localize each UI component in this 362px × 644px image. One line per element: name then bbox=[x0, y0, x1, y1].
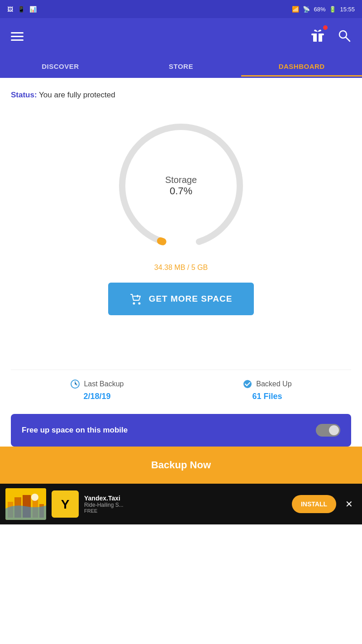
check-circle-icon bbox=[243, 379, 252, 389]
main-content: Status: You are fully protected Storage … bbox=[0, 78, 362, 447]
last-backup-label: Last Backup bbox=[84, 380, 124, 388]
storage-percent: 0.7% bbox=[165, 185, 197, 197]
svg-point-8 bbox=[138, 303, 140, 305]
ad-banner: Y Yandex.Taxi Ride-Hailing S... FREE INS… bbox=[0, 484, 362, 524]
backup-now-bar[interactable]: Backup Now bbox=[0, 447, 362, 484]
svg-line-4 bbox=[346, 37, 350, 41]
gift-icon bbox=[310, 27, 326, 43]
yandex-icon: Y bbox=[52, 490, 79, 518]
search-button[interactable] bbox=[337, 28, 351, 44]
backup-info-row: Last Backup 2/18/19 Backed Up 61 Files bbox=[11, 370, 351, 414]
tab-bar: DISCOVER STORE DASHBOARD bbox=[0, 54, 362, 78]
svg-point-7 bbox=[133, 303, 135, 305]
free-space-toggle[interactable] bbox=[316, 424, 340, 437]
get-more-space-label: GET MORE SPACE bbox=[149, 294, 233, 304]
backed-up-item: Backed Up 61 Files bbox=[243, 379, 291, 401]
ad-app-icon: Y bbox=[52, 490, 79, 518]
svg-rect-2 bbox=[317, 32, 319, 42]
ad-free: FREE bbox=[84, 508, 286, 514]
ad-illustration bbox=[5, 488, 46, 520]
svg-point-10 bbox=[243, 380, 252, 388]
backup-now-label: Backup Now bbox=[151, 459, 211, 471]
status-text: You are fully protected bbox=[39, 91, 115, 99]
ad-close-button[interactable]: ✕ bbox=[342, 495, 357, 513]
app-header bbox=[0, 18, 362, 54]
status-bar-left: 🖼 📱 📊 bbox=[7, 6, 37, 13]
status-bar: 🖼 📱 📊 📶 📡 68% 🔋 15:55 bbox=[0, 0, 362, 18]
status-line: Status: You are fully protected bbox=[11, 91, 351, 100]
storage-gauge-container: Storage 0.7% 34.38 MB / 5 GB bbox=[11, 113, 351, 272]
last-backup-item: Last Backup 2/18/19 bbox=[70, 379, 124, 401]
search-icon bbox=[337, 28, 351, 43]
free-space-label: Free up space on this mobile bbox=[22, 426, 128, 435]
get-more-space-button[interactable]: GET MORE SPACE bbox=[108, 283, 254, 315]
install-button[interactable]: INSTALL bbox=[292, 495, 336, 513]
toggle-knob bbox=[329, 425, 339, 435]
tab-dashboard[interactable]: DASHBOARD bbox=[241, 54, 362, 77]
notification-dot bbox=[323, 25, 328, 30]
photo-icon: 🖼 bbox=[7, 6, 13, 13]
svg-point-17 bbox=[31, 494, 38, 501]
wifi-icon: 📶 bbox=[292, 6, 299, 13]
last-backup-value: 2/18/19 bbox=[83, 392, 110, 401]
storage-usage: 34.38 MB / 5 GB bbox=[154, 264, 208, 272]
backed-up-header: Backed Up bbox=[243, 379, 291, 389]
ad-illustration-svg bbox=[5, 488, 46, 520]
ad-subtitle: Ride-Hailing S... bbox=[84, 502, 286, 508]
gauge-center-text: Storage 0.7% bbox=[165, 175, 197, 197]
signal-icon: 📡 bbox=[303, 6, 310, 13]
phone-icon: 📱 bbox=[18, 6, 25, 13]
backed-up-label: Backed Up bbox=[256, 380, 291, 388]
battery-level: 68% bbox=[314, 6, 325, 13]
gauge-wrapper: Storage 0.7% bbox=[109, 113, 253, 258]
clock-icon bbox=[70, 379, 80, 389]
svg-text:Y: Y bbox=[61, 497, 70, 511]
tab-store[interactable]: STORE bbox=[121, 54, 242, 77]
header-right-icons bbox=[310, 27, 351, 45]
last-backup-header: Last Backup bbox=[70, 379, 124, 389]
status-bar-right: 📶 📡 68% 🔋 15:55 bbox=[292, 6, 355, 13]
clock: 15:55 bbox=[340, 6, 355, 13]
storage-label: Storage bbox=[165, 175, 197, 185]
backed-up-value: 61 Files bbox=[252, 392, 282, 401]
ad-text-block: Yandex.Taxi Ride-Hailing S... FREE bbox=[84, 495, 286, 514]
tab-discover[interactable]: DISCOVER bbox=[0, 54, 121, 77]
gift-button[interactable] bbox=[310, 27, 326, 45]
cart-icon bbox=[130, 293, 143, 305]
ad-title: Yandex.Taxi bbox=[84, 495, 286, 502]
free-space-bar: Free up space on this mobile bbox=[11, 414, 351, 447]
status-label: Status: bbox=[11, 91, 37, 99]
chart-icon: 📊 bbox=[29, 6, 37, 13]
battery-icon: 🔋 bbox=[329, 6, 336, 13]
menu-button[interactable] bbox=[11, 32, 24, 41]
